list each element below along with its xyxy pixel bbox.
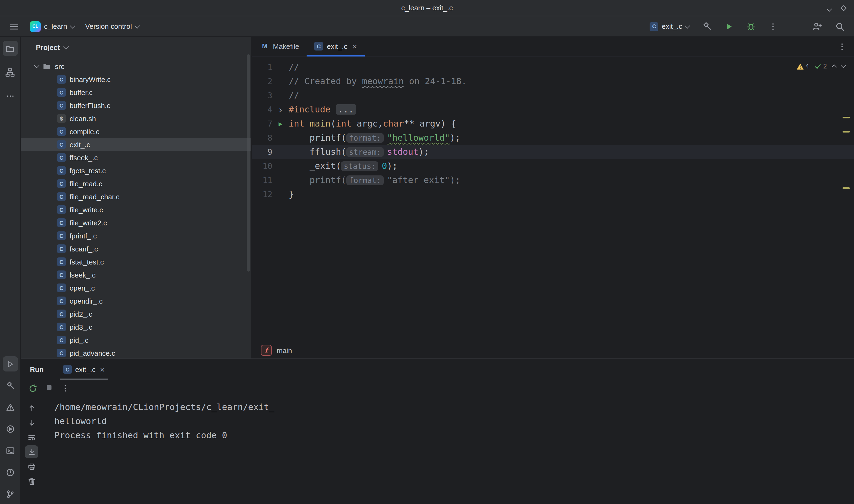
warning-stripe-mark[interactable] [842, 187, 850, 189]
tree-item-lseek_.c[interactable]: Clseek_.c [21, 268, 251, 281]
scroll-to-end-button[interactable] [25, 445, 38, 458]
fold-chevron-icon[interactable]: › [272, 103, 289, 117]
run-configuration-selector[interactable]: C exit_.c [647, 20, 692, 33]
makefile-icon: M [260, 42, 269, 51]
code-editor[interactable]: 1//2// Created by meowrain on 24-1-18.3/… [252, 57, 854, 342]
tree-item-pid_.c[interactable]: Cpid_.c [21, 334, 251, 346]
tab-options-button[interactable] [838, 37, 854, 56]
code-line-12[interactable]: 12} [252, 187, 854, 201]
hammer-icon [702, 22, 712, 31]
tree-item-fgets_test.c[interactable]: Cfgets_test.c [21, 164, 251, 177]
tree-item-clean.sh[interactable]: $clean.sh [21, 112, 251, 125]
run-button[interactable] [722, 20, 736, 33]
tab-makefile[interactable]: M Makefile [253, 37, 307, 56]
tree-item-exit_.c[interactable]: Cexit_.c [21, 138, 251, 151]
next-issue-icon[interactable] [841, 63, 846, 68]
tree-item-pid3_.c[interactable]: Cpid3_.c [21, 320, 251, 334]
tree-item-compile.c[interactable]: Ccompile.c [21, 125, 251, 138]
project-panel-header[interactable]: Project [21, 37, 251, 58]
more-toolwindows-button[interactable] [2, 89, 18, 104]
inspection-warnings[interactable]: 4 [796, 62, 809, 70]
main-menu-button[interactable] [6, 19, 22, 33]
line-number[interactable]: 8 [252, 131, 272, 145]
line-number[interactable]: 11 [252, 173, 272, 187]
tree-item-binaryWrite.c[interactable]: CbinaryWrite.c [21, 73, 251, 86]
problems-toolwindow-button[interactable] [2, 400, 18, 415]
line-number[interactable]: 3 [252, 89, 272, 103]
soft-wrap-button[interactable] [25, 431, 38, 444]
line-number[interactable]: 4 [252, 103, 272, 117]
code-line-4[interactable]: 4›#include ... [252, 103, 854, 117]
tree-item-fstat_test.c[interactable]: Cfstat_test.c [21, 255, 251, 268]
stop-button[interactable] [45, 383, 53, 394]
clear-console-button[interactable] [25, 475, 38, 488]
project-widget-button[interactable]: CL c_learn [27, 19, 77, 34]
debug-button[interactable] [744, 20, 758, 33]
file-name: file_read.c [70, 180, 102, 188]
search-everywhere-button[interactable] [832, 19, 848, 33]
tree-item-file_read.c[interactable]: Cfile_read.c [21, 177, 251, 190]
console-lines[interactable]: /home/meowrain/CLionProjects/c_learn/exi… [54, 400, 274, 443]
line-number[interactable]: 7 [252, 117, 272, 131]
previous-issue-icon[interactable] [832, 64, 837, 70]
tree-item-file_write.c[interactable]: Cfile_write.c [21, 203, 251, 216]
code-line-8[interactable]: 8 printf(format:"helloworld"); [252, 131, 854, 145]
window-diamond-icon[interactable] [840, 4, 848, 12]
print-button[interactable] [25, 460, 38, 473]
tree-item-fprintf_.c[interactable]: Cfprintf_.c [21, 229, 251, 242]
more-actions-button[interactable] [766, 20, 780, 33]
tree-item-src[interactable]: src [21, 60, 251, 73]
tree-item-bufferFlush.c[interactable]: CbufferFlush.c [21, 99, 251, 112]
scroll-up-button[interactable] [25, 401, 38, 414]
code-line-9[interactable]: 9 fflush(stream:stdout); [252, 145, 854, 159]
breadcrumb[interactable]: main [277, 346, 292, 354]
line-number[interactable]: 2 [252, 74, 272, 89]
run-gutter-icon[interactable]: ▶ [272, 117, 289, 131]
version-control-toolwindow-button[interactable] [2, 487, 18, 502]
vcs-widget-button[interactable]: Version control [82, 20, 142, 33]
run-tab-exit-c[interactable]: C exit_.c × [58, 359, 110, 380]
warning-stripe-mark[interactable] [842, 117, 850, 119]
structure-toolwindow-button[interactable] [2, 65, 18, 80]
code-line-10[interactable]: 10 _exit(status:0); [252, 159, 854, 173]
inspections-widget[interactable]: 4 2 [796, 62, 845, 70]
tree-item-file_write2.c[interactable]: Cfile_write2.c [21, 216, 251, 229]
line-number[interactable]: 1 [252, 60, 272, 74]
tree-item-fscanf_.c[interactable]: Cfscanf_.c [21, 242, 251, 255]
function-icon: f [261, 345, 272, 356]
project-scrollbar[interactable] [247, 54, 250, 272]
rerun-button[interactable] [28, 384, 37, 393]
code-line-11[interactable]: 11 printf(format:"after exit"); [252, 173, 854, 187]
build-toolwindow-button[interactable] [2, 378, 18, 393]
tree-item-ffseek_.c[interactable]: Cffseek_.c [21, 151, 251, 164]
tree-item-file_read_char.c[interactable]: Cfile_read_char.c [21, 190, 251, 203]
build-button[interactable] [700, 20, 714, 33]
code-line-1[interactable]: 1// [252, 60, 854, 74]
tab-exit-c[interactable]: C exit_.c × [307, 37, 365, 56]
expand-chevron-icon[interactable] [34, 63, 39, 68]
tree-item-pid_advance.c[interactable]: Cpid_advance.c [21, 346, 251, 358]
notifications-toolwindow-button[interactable] [2, 465, 18, 480]
code-line-7[interactable]: 7▶int main(int argc,char** argv) { [252, 117, 854, 131]
terminal-toolwindow-button[interactable] [2, 443, 18, 458]
line-number[interactable]: 12 [252, 187, 272, 201]
close-tab-icon[interactable]: × [100, 365, 105, 373]
tree-item-opendir_.c[interactable]: Copendir_.c [21, 294, 251, 307]
line-number[interactable]: 9 [252, 145, 272, 159]
scroll-down-button[interactable] [25, 416, 38, 429]
code-line-3[interactable]: 3// [252, 89, 854, 103]
window-chevron-icon[interactable] [827, 3, 831, 13]
warning-stripe-mark[interactable] [842, 131, 850, 132]
code-line-2[interactable]: 2// Created by meowrain on 24-1-18. [252, 74, 854, 89]
services-toolwindow-button[interactable] [2, 421, 18, 437]
project-toolwindow-button[interactable] [2, 41, 18, 56]
close-tab-icon[interactable]: × [352, 42, 357, 50]
code-with-me-button[interactable] [809, 19, 825, 33]
run-more-options-button[interactable] [61, 384, 70, 393]
inspection-passed[interactable]: 2 [815, 62, 827, 70]
run-toolwindow-button[interactable] [2, 356, 18, 372]
tree-item-open_.c[interactable]: Copen_.c [21, 281, 251, 294]
tree-item-pid2_.c[interactable]: Cpid2_.c [21, 307, 251, 320]
line-number[interactable]: 10 [252, 159, 272, 173]
tree-item-buffer.c[interactable]: Cbuffer.c [21, 86, 251, 99]
